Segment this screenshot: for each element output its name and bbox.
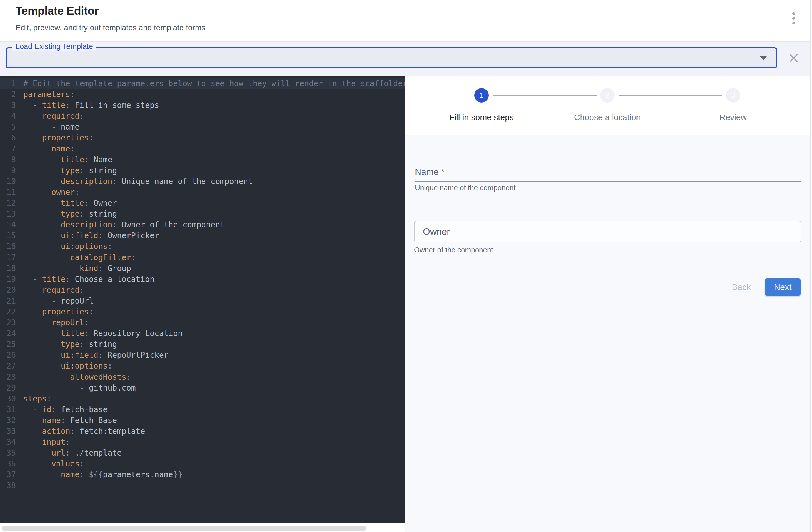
code-line: 28 allowedHosts:	[0, 372, 405, 382]
line-number: 16	[0, 241, 16, 252]
code-line: 34 input:	[0, 437, 405, 448]
code-line: 24 title: Repository Location	[0, 328, 405, 339]
name-field-helper: Unique name of the component	[415, 183, 516, 192]
line-number: 20	[0, 285, 16, 295]
code-line: 29 - github.com	[0, 382, 405, 393]
yaml-editor-lines: 1# Edit the template parameters below to…	[0, 78, 405, 491]
line-number: 6	[0, 132, 16, 143]
code-line: 19 - title: Choose a location	[0, 274, 405, 285]
line-number: 2	[0, 89, 16, 100]
line-number: 21	[0, 295, 16, 306]
step-circle-3: 3	[726, 88, 740, 102]
code-line: 22 properties:	[0, 306, 405, 317]
code-line: 20 required:	[0, 285, 405, 295]
line-number: 1	[0, 78, 16, 89]
code-line: 7 name:	[0, 143, 405, 154]
stepper-connector	[493, 95, 596, 96]
line-number: 24	[0, 328, 16, 339]
code-line: 2parameters:	[0, 89, 405, 100]
code-line: 38	[0, 480, 405, 491]
line-number: 12	[0, 198, 16, 209]
name-field[interactable]: Name *	[415, 160, 801, 182]
next-button[interactable]: Next	[765, 278, 801, 296]
code-line: 13 type: string	[0, 209, 405, 219]
line-number: 14	[0, 219, 16, 230]
code-line: 35 url: ./template	[0, 448, 405, 458]
load-template-select-label: Load Existing Template	[12, 42, 96, 51]
code-line: 1# Edit the template parameters below to…	[0, 78, 405, 89]
line-number: 3	[0, 100, 16, 111]
code-line: 10 description: Unique name of the compo…	[0, 176, 405, 187]
owner-field-helper: Owner of the component	[414, 246, 493, 254]
line-number: 30	[0, 393, 16, 404]
step-label-fill-in-some-steps: Fill in some steps	[449, 113, 514, 122]
page-title: Template Editor	[16, 4, 99, 17]
line-number: 8	[0, 154, 16, 165]
code-line: 15 ui:field: OwnerPicker	[0, 230, 405, 241]
line-number: 29	[0, 382, 16, 393]
line-number: 7	[0, 143, 16, 154]
template-form-preview	[405, 135, 812, 532]
line-number: 25	[0, 339, 16, 350]
code-line: 18 kind: Group	[0, 263, 405, 274]
owner-field[interactable]: Owner	[414, 221, 801, 242]
code-line: 8 title: Name	[0, 154, 405, 165]
code-line: 6 properties:	[0, 132, 405, 143]
form-stepper: 1 2 3 Fill in some steps Choose a locati…	[405, 75, 812, 135]
code-line: 16 ui:options:	[0, 241, 405, 252]
page-header: Template Editor Edit, preview, and try o…	[0, 0, 812, 42]
stepper-connector	[619, 95, 722, 96]
scrollbar-thumb[interactable]	[2, 526, 366, 531]
line-number: 5	[0, 122, 16, 132]
line-number: 35	[0, 448, 16, 458]
line-number: 17	[0, 252, 16, 263]
line-number: 15	[0, 230, 16, 241]
line-number: 22	[0, 306, 16, 317]
kebab-menu-icon	[792, 12, 795, 26]
step-circle-2: 2	[600, 88, 614, 102]
line-number: 23	[0, 317, 16, 328]
line-number: 11	[0, 187, 16, 198]
name-field-label: Name *	[415, 167, 445, 177]
page-subtitle: Edit, preview, and try out templates and…	[16, 23, 205, 32]
code-line: 32 name: Fetch Base	[0, 415, 405, 426]
step-circle-1: 1	[474, 88, 489, 102]
code-line: 3 - title: Fill in some steps	[0, 100, 405, 111]
code-line: 9 type: string	[0, 165, 405, 176]
line-number: 34	[0, 437, 16, 448]
owner-field-label: Owner	[423, 226, 450, 237]
clear-template-button[interactable]	[786, 51, 801, 65]
load-template-section: Load Existing Template	[0, 42, 812, 75]
line-number: 18	[0, 263, 16, 274]
line-number: 26	[0, 350, 16, 361]
line-number: 38	[0, 480, 16, 491]
code-line: 4 required:	[0, 111, 405, 122]
line-number: 32	[0, 415, 16, 426]
editor-horizontal-scrollbar[interactable]	[0, 523, 405, 532]
code-line: 37 name: ${{parameters.name}}	[0, 469, 405, 480]
line-number: 4	[0, 111, 16, 122]
step-label-review: Review	[720, 113, 747, 122]
line-number: 36	[0, 458, 16, 469]
code-line: 27 ui:options:	[0, 361, 405, 372]
page-vertical-scrollbar[interactable]	[810, 0, 812, 532]
load-template-select[interactable]	[5, 47, 777, 68]
code-line: 5 - name	[0, 122, 405, 132]
line-number: 33	[0, 426, 16, 437]
code-line: 30steps:	[0, 393, 405, 404]
line-number: 19	[0, 274, 16, 285]
code-line: 33 action: fetch:template	[0, 426, 405, 437]
code-line: 14 description: Owner of the component	[0, 219, 405, 230]
step-label-choose-a-location: Choose a location	[574, 113, 641, 122]
line-number: 13	[0, 209, 16, 219]
more-options-button[interactable]	[786, 8, 801, 31]
code-line: 25 type: string	[0, 339, 405, 350]
yaml-editor[interactable]: 1# Edit the template parameters below to…	[0, 75, 405, 523]
template-editor-app: Template Editor Edit, preview, and try o…	[0, 0, 812, 532]
line-number: 37	[0, 469, 16, 480]
code-line: 26 ui:field: RepoUrlPicker	[0, 350, 405, 361]
line-number: 9	[0, 165, 16, 176]
code-line: 12 title: Owner	[0, 198, 405, 209]
back-button[interactable]: Back	[722, 279, 761, 295]
code-line: 31 - id: fetch-base	[0, 404, 405, 415]
